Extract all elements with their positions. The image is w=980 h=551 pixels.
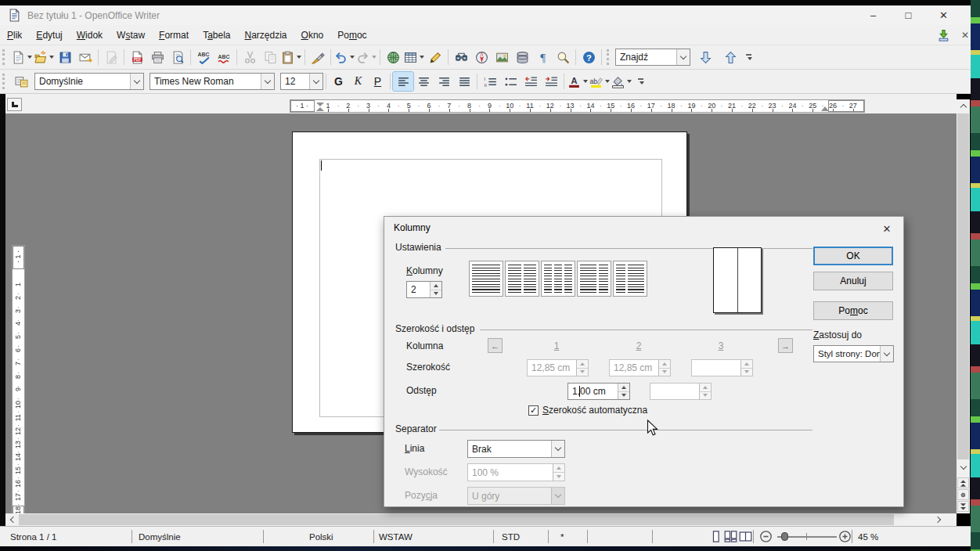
right-indent-marker[interactable] — [821, 106, 829, 111]
page-style-indicator[interactable]: Domyślnie — [139, 527, 181, 546]
formatting-marks-button[interactable]: ¶ — [532, 48, 553, 67]
table-button[interactable] — [403, 48, 425, 67]
hyperlink-button[interactable] — [383, 48, 403, 67]
menu-tabela[interactable]: Tabela — [196, 25, 237, 45]
columns-count-spinner[interactable]: 2 — [406, 281, 442, 298]
spin-down-button[interactable] — [618, 391, 629, 400]
zoom-level[interactable]: 45 % — [858, 527, 878, 546]
align-left-button[interactable] — [393, 72, 413, 91]
save-button[interactable] — [55, 48, 75, 67]
autowidth-checkbox[interactable]: ✓ — [528, 405, 539, 416]
language-indicator[interactable]: Polski — [309, 527, 333, 546]
new-document-button[interactable] — [11, 48, 33, 67]
menu-pomoc[interactable]: Pomoc — [330, 25, 373, 45]
previous-page-button[interactable] — [957, 477, 969, 488]
horizontal-scrollbar[interactable] — [5, 513, 957, 526]
toolbar-grip[interactable] — [2, 74, 8, 89]
zoom-in-button[interactable] — [838, 527, 852, 546]
combo-dropdown-button[interactable] — [676, 49, 690, 65]
selection-mode-indicator[interactable]: STD — [502, 527, 520, 546]
menu-widok[interactable]: Widok — [70, 25, 110, 45]
preset-three-columns-button[interactable] — [541, 261, 575, 297]
paragraph-style-combo[interactable]: Domyślnie — [34, 73, 144, 90]
find-replace-button[interactable] — [451, 48, 471, 67]
italic-button[interactable]: K — [348, 72, 368, 91]
line-combo[interactable]: Brak — [467, 440, 565, 458]
help-button[interactable]: ? — [578, 48, 599, 67]
view-single-button[interactable] — [709, 530, 722, 543]
align-right-button[interactable] — [434, 72, 454, 91]
scroll-right-button[interactable] — [931, 513, 945, 526]
cancel-button[interactable]: Anuluj — [813, 272, 893, 290]
zoom-button[interactable] — [553, 48, 573, 67]
bullet-list-button[interactable] — [500, 72, 521, 91]
highlighting-button[interactable]: ab — [589, 72, 611, 91]
toolbar-overflow-button[interactable] — [744, 48, 754, 67]
maximize-button[interactable]: □ — [891, 5, 926, 25]
data-sources-button[interactable] — [512, 48, 532, 67]
spacing-1-spinner[interactable]: 1,00 cm — [567, 383, 630, 400]
toolbar-grip[interactable] — [2, 49, 8, 65]
open-folder-button[interactable] — [33, 48, 55, 67]
page-preview-button[interactable] — [168, 48, 188, 67]
align-justify-button[interactable] — [454, 72, 474, 91]
decrease-indent-button[interactable] — [521, 72, 541, 91]
format-paintbrush-button[interactable] — [308, 48, 328, 67]
bold-button[interactable]: G — [329, 72, 348, 91]
menu-wstaw[interactable]: Wstaw — [110, 25, 152, 45]
styles-panel-button[interactable] — [11, 72, 31, 91]
menu-plik[interactable]: Plik — [0, 25, 29, 45]
modified-indicator[interactable]: * — [560, 527, 564, 546]
page-indicator[interactable]: Strona 1 / 1 — [10, 527, 56, 546]
numbered-list-button[interactable]: III — [480, 72, 500, 91]
vertical-scroll-thumb[interactable] — [957, 113, 969, 459]
spellcheck-button[interactable]: ABC — [193, 48, 214, 67]
font-color-button[interactable]: A — [567, 72, 589, 91]
find-input[interactable]: Znajdź — [615, 49, 690, 66]
auto-spellcheck-button[interactable]: ABC — [214, 48, 234, 67]
ok-button[interactable]: OK — [813, 247, 893, 265]
font-name-combo[interactable]: Times New Roman — [150, 73, 275, 90]
scroll-up-button[interactable] — [957, 99, 970, 113]
help-button[interactable]: Pomoc — [813, 301, 893, 320]
menu-format[interactable]: Format — [152, 25, 196, 45]
dialog-close-button[interactable]: ✕ — [877, 221, 897, 236]
view-multi-button[interactable] — [724, 530, 737, 543]
underline-button[interactable]: P — [368, 72, 387, 91]
vertical-scrollbar[interactable] — [957, 99, 970, 513]
menu-edytuj[interactable]: Edytuj — [29, 25, 69, 45]
increase-indent-button[interactable] — [541, 72, 561, 91]
preset-one-column-button[interactable] — [469, 261, 503, 297]
export-pdf-button[interactable]: PDF — [127, 48, 147, 67]
combo-dropdown-button[interactable] — [551, 441, 564, 457]
tab-stop-selector[interactable] — [7, 98, 22, 111]
horizontal-scroll-thumb[interactable] — [19, 514, 894, 525]
indent-marker[interactable] — [316, 103, 324, 111]
view-book-button[interactable] — [739, 530, 752, 543]
combo-dropdown-button[interactable] — [130, 74, 143, 89]
column-scroll-left-button[interactable]: ← — [488, 338, 503, 353]
align-center-button[interactable] — [413, 72, 434, 91]
find-up-button[interactable] — [720, 48, 740, 67]
spin-up-button[interactable] — [618, 384, 629, 391]
undo-button[interactable] — [333, 48, 355, 67]
navigation-button[interactable] — [957, 489, 969, 500]
close-document-icon[interactable]: ✕ — [961, 30, 969, 41]
navigator-button[interactable] — [471, 48, 492, 67]
paste-button[interactable] — [280, 48, 302, 67]
spin-up-button[interactable] — [431, 282, 441, 290]
preset-two-columns-left-button[interactable] — [577, 261, 611, 297]
toolbar-overflow-button[interactable] — [636, 72, 646, 91]
email-button[interactable] — [75, 48, 95, 67]
combo-dropdown-button[interactable] — [309, 74, 322, 89]
zoom-slider-thumb[interactable] — [781, 532, 788, 541]
minimize-button[interactable]: – — [856, 5, 891, 25]
preset-two-columns-button[interactable] — [505, 261, 539, 297]
preset-two-columns-right-button[interactable] — [613, 261, 647, 297]
menu-okno[interactable]: Okno — [294, 25, 331, 45]
menu-narzędzia[interactable]: Narzędzia — [238, 25, 294, 45]
find-down-button[interactable] — [695, 48, 715, 67]
apply-to-combo[interactable]: Styl strony: Don — [813, 345, 894, 362]
scroll-down-button[interactable] — [957, 461, 970, 474]
combo-dropdown-button[interactable] — [880, 346, 893, 362]
